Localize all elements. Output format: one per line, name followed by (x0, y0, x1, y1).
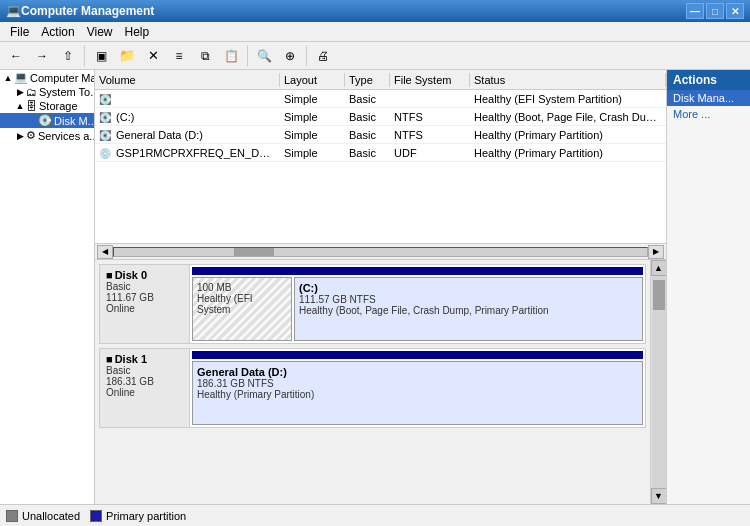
td-type-2: Basic (345, 110, 390, 124)
tree-arrow-systemtools: ▶ (14, 87, 26, 97)
action-disk-management[interactable]: Disk Mana... (667, 90, 750, 106)
td-type-3: Basic (345, 128, 390, 142)
disk-1-bar (192, 351, 643, 359)
td-fs-3: NTFS (390, 128, 470, 142)
disk-icon-0: ■ (106, 269, 113, 281)
scroll-right-button[interactable]: ▶ (648, 245, 664, 259)
table-row[interactable]: 💽 (C:) Simple Basic NTFS Healthy (Boot, … (95, 108, 666, 126)
scroll-left-button[interactable]: ◀ (97, 245, 113, 259)
table-row[interactable]: 💿 GSP1RMCPRXFREQ_EN_DVD (E:) Simple Basi… (95, 144, 666, 162)
th-status[interactable]: Status (470, 73, 666, 87)
td-volume-1: 💽 (95, 92, 280, 106)
menu-file[interactable]: File (4, 24, 35, 40)
disk-row-1: ■ Disk 1 Basic 186.31 GB Online Gene (99, 348, 646, 428)
partition-d-status: Healthy (Primary Partition) (197, 389, 638, 400)
systemtools-icon: 🗂 (26, 86, 37, 98)
td-status-4: Healthy (Primary Partition) (470, 146, 666, 160)
scroll-track[interactable] (113, 247, 648, 257)
td-status-2: Healthy (Boot, Page File, Crash Dump, Pr (470, 110, 666, 124)
partition-efi[interactable]: 100 MB Healthy (EFI System (192, 277, 292, 341)
legend-unallocated: Unallocated (6, 510, 80, 522)
td-layout-2: Simple (280, 110, 345, 124)
scroll-thumb[interactable] (234, 248, 274, 256)
th-filesystem[interactable]: File System (390, 73, 470, 87)
close-button[interactable]: ✕ (726, 3, 744, 19)
zoom-button[interactable]: ⊕ (278, 45, 302, 67)
th-layout[interactable]: Layout (280, 73, 345, 87)
vscroll-thumb[interactable] (653, 280, 665, 310)
tree-label-services: Services a... (38, 130, 95, 142)
td-fs-1 (390, 98, 470, 100)
drive-icon-3: 💽 (99, 130, 111, 141)
partition-d[interactable]: General Data (D:) 186.31 GB NTFS Healthy… (192, 361, 643, 425)
properties-button[interactable]: ≡ (167, 45, 191, 67)
disk-0-info: ■ Disk 0 Basic 111.67 GB Online (100, 265, 190, 343)
actions-title: Actions (667, 70, 750, 90)
minimize-button[interactable]: — (686, 3, 704, 19)
tree-item-systemtools[interactable]: ▶ 🗂 System To... (0, 85, 94, 99)
partition-c-status: Healthy (Boot, Page File, Crash Dump, Pr… (299, 305, 638, 316)
disk-0-name: ■ Disk 0 (106, 269, 183, 281)
main-layout: ▲ 💻 Computer Ma... ▶ 🗂 System To... ▲ 🗄 … (0, 70, 750, 504)
td-volume-3: 💽 General Data (D:) (95, 128, 280, 142)
vscroll-up-button[interactable]: ▲ (651, 260, 667, 276)
tree-label-storage: Storage (39, 100, 78, 112)
legend-primary-box (90, 510, 102, 522)
action-more[interactable]: More ... (667, 106, 750, 122)
td-status-1: Healthy (EFI System Partition) (470, 92, 666, 106)
th-volume[interactable]: Volume (95, 73, 280, 87)
tree-arrow-computer: ▲ (2, 73, 14, 83)
tree-item-diskmanagement[interactable]: 💽 Disk M... (0, 113, 94, 128)
search-button[interactable]: 🔍 (252, 45, 276, 67)
title-bar-title: Computer Management (21, 4, 154, 18)
partition-c[interactable]: (C:) 111.57 GB NTFS Healthy (Boot, Page … (294, 277, 643, 341)
copy-button[interactable]: ⧉ (193, 45, 217, 67)
vscroll-track[interactable] (652, 276, 666, 488)
maximize-button[interactable]: □ (706, 3, 724, 19)
partition-d-label: General Data (D:) (197, 366, 638, 378)
tree-item-services[interactable]: ▶ ⚙ Services a... (0, 128, 94, 143)
show-hide-button[interactable]: ▣ (89, 45, 113, 67)
menu-bar: File Action View Help (0, 22, 750, 42)
tree-label-computer: Computer Ma... (30, 72, 95, 84)
partition-efi-status: Healthy (EFI System (197, 293, 287, 315)
disk-and-scroll: ■ Disk 0 Basic 111.67 GB Online 100 (95, 260, 666, 504)
paste-button[interactable]: 📋 (219, 45, 243, 67)
computer-icon: 💻 (14, 71, 28, 84)
menu-view[interactable]: View (81, 24, 119, 40)
tree-label-disk: Disk M... (54, 115, 95, 127)
drive-icon-1: 💽 (99, 94, 111, 105)
tree-item-storage[interactable]: ▲ 🗄 Storage (0, 99, 94, 113)
td-volume-4: 💿 GSP1RMCPRXFREQ_EN_DVD (E:) (95, 146, 280, 160)
td-status-3: Healthy (Primary Partition) (470, 128, 666, 142)
drive-icon-4: 💿 (99, 148, 111, 159)
left-panel: ▲ 💻 Computer Ma... ▶ 🗂 System To... ▲ 🗄 … (0, 70, 95, 504)
table-row[interactable]: 💽 General Data (D:) Simple Basic NTFS He… (95, 126, 666, 144)
back-button[interactable]: ← (4, 45, 28, 67)
toolbar: ← → ⇧ ▣ 📁 ✕ ≡ ⧉ 📋 🔍 ⊕ 🖨 (0, 42, 750, 70)
table-row[interactable]: 💽 Simple Basic Healthy (EFI System Parti… (95, 90, 666, 108)
print-button[interactable]: 🖨 (311, 45, 335, 67)
disk-0-status: Online (106, 303, 183, 314)
disk-1-size: 186.31 GB (106, 376, 183, 387)
table-header: Volume Layout Type File System Status (95, 70, 666, 90)
disk-1-info: ■ Disk 1 Basic 186.31 GB Online (100, 349, 190, 427)
td-type-4: Basic (345, 146, 390, 160)
folder-button[interactable]: 📁 (115, 45, 139, 67)
forward-button[interactable]: → (30, 45, 54, 67)
menu-action[interactable]: Action (35, 24, 80, 40)
th-type[interactable]: Type (345, 73, 390, 87)
horizontal-scrollbar[interactable]: ◀ ▶ (95, 243, 666, 259)
title-bar-controls: — □ ✕ (686, 3, 744, 19)
td-volume-2: 💽 (C:) (95, 110, 280, 124)
delete-button[interactable]: ✕ (141, 45, 165, 67)
disk-0-type: Basic (106, 281, 183, 292)
menu-help[interactable]: Help (119, 24, 156, 40)
disk-0-bar (192, 267, 643, 275)
up-button[interactable]: ⇧ (56, 45, 80, 67)
tree-label-systemtools: System To... (39, 86, 95, 98)
vertical-scrollbar[interactable]: ▲ ▼ (650, 260, 666, 504)
disk-0-size: 111.67 GB (106, 292, 183, 303)
tree-item-computer[interactable]: ▲ 💻 Computer Ma... (0, 70, 94, 85)
vscroll-down-button[interactable]: ▼ (651, 488, 667, 504)
